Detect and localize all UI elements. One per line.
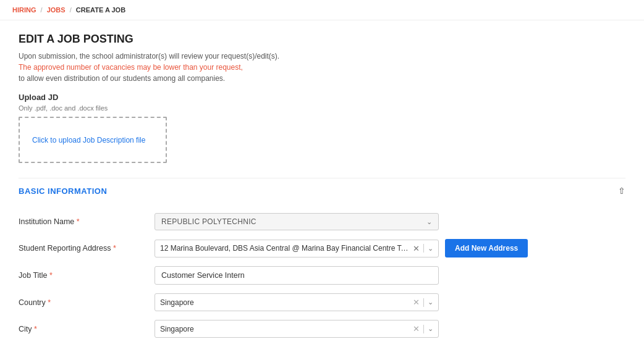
basic-info-section-header: BASIC INFORMATION ⇧	[19, 178, 625, 203]
city-select[interactable]: Singapore ✕ ⌄	[155, 320, 439, 338]
student-reporting-address-select[interactable]: 12 Marina Boulevard, DBS Asia Central @ …	[155, 240, 439, 257]
student-reporting-address-value: 12 Marina Boulevard, DBS Asia Central @ …	[160, 244, 409, 253]
job-title-control	[155, 266, 625, 285]
breadcrumb-current: CREATE A JOB	[76, 6, 125, 14]
upload-jd-section: Upload JD Only .pdf, .doc and .docx file…	[19, 93, 625, 163]
institution-name-label: Institution Name *	[19, 217, 155, 226]
upload-jd-title: Upload JD	[19, 93, 625, 102]
breadcrumb-hiring[interactable]: HIRING	[12, 6, 36, 14]
main-content: EDIT A JOB POSTING Upon submission, the …	[0, 20, 644, 339]
institution-name-select[interactable]: REPUBLIC POLYTECHNIC ⌄	[155, 213, 439, 230]
notice-line1: Upon submission, the school administrato…	[19, 52, 625, 61]
breadcrumb-sep-1: /	[41, 6, 43, 14]
address-sep	[423, 244, 424, 253]
job-title-row: Job Title *	[19, 266, 625, 285]
breadcrumb-sep-2: /	[70, 6, 72, 14]
country-control: Singapore ✕ ⌄	[155, 293, 625, 311]
chevron-up-icon[interactable]: ⇧	[618, 186, 625, 196]
job-title-label: Job Title *	[19, 271, 155, 280]
job-title-input[interactable]	[155, 266, 439, 285]
city-chevron-icon[interactable]: ⌄	[428, 325, 433, 333]
city-row: City * Singapore ✕ ⌄	[19, 320, 625, 338]
student-reporting-address-row: Student Reporting Address * 12 Marina Bo…	[19, 239, 625, 257]
address-actions: ✕ ⌄	[413, 244, 433, 253]
upload-jd-hint: Only .pdf, .doc and .docx files	[19, 104, 625, 112]
address-clear-icon[interactable]: ✕	[413, 244, 420, 253]
basic-info-title: BASIC INFORMATION	[19, 186, 107, 196]
country-actions: ✕ ⌄	[413, 298, 433, 307]
country-select[interactable]: Singapore ✕ ⌄	[155, 293, 439, 311]
notice-line3: to allow even distribution of our studen…	[19, 74, 625, 83]
student-reporting-address-required: *	[113, 244, 116, 253]
city-value: Singapore	[160, 325, 413, 333]
address-chevron-icon[interactable]: ⌄	[428, 245, 433, 253]
institution-name-control: REPUBLIC POLYTECHNIC ⌄	[155, 213, 625, 230]
job-title-required: *	[49, 271, 53, 280]
country-label: Country *	[19, 298, 155, 307]
city-control: Singapore ✕ ⌄	[155, 320, 625, 338]
upload-jd-cta[interactable]: Click to upload Job Description file	[32, 136, 145, 144]
country-sep	[423, 298, 424, 307]
country-value: Singapore	[160, 298, 413, 307]
institution-name-chevron-icon: ⌄	[426, 218, 432, 226]
breadcrumb-jobs[interactable]: JOBS	[47, 6, 66, 14]
city-label: City *	[19, 325, 155, 333]
notice-line2: The approved number of vacancies may be …	[19, 63, 625, 72]
upload-jd-box[interactable]: Click to upload Job Description file	[19, 117, 167, 163]
page-title: EDIT A JOB POSTING	[19, 33, 625, 46]
institution-name-required: *	[77, 217, 80, 226]
institution-name-value: REPUBLIC POLYTECHNIC	[161, 217, 256, 226]
city-sep	[423, 325, 424, 333]
country-row: Country * Singapore ✕ ⌄	[19, 293, 625, 311]
student-reporting-address-label: Student Reporting Address *	[19, 244, 155, 253]
breadcrumb: HIRING / JOBS / CREATE A JOB	[0, 0, 644, 20]
city-required: *	[34, 325, 37, 333]
city-actions: ✕ ⌄	[413, 324, 433, 333]
institution-name-row: Institution Name * REPUBLIC POLYTECHNIC …	[19, 213, 625, 230]
add-new-address-button[interactable]: Add New Address	[445, 239, 528, 257]
country-required: *	[48, 298, 51, 307]
student-reporting-address-control: 12 Marina Boulevard, DBS Asia Central @ …	[155, 239, 625, 257]
country-chevron-icon[interactable]: ⌄	[428, 298, 433, 306]
city-clear-icon[interactable]: ✕	[413, 324, 420, 333]
country-clear-icon[interactable]: ✕	[413, 298, 420, 307]
